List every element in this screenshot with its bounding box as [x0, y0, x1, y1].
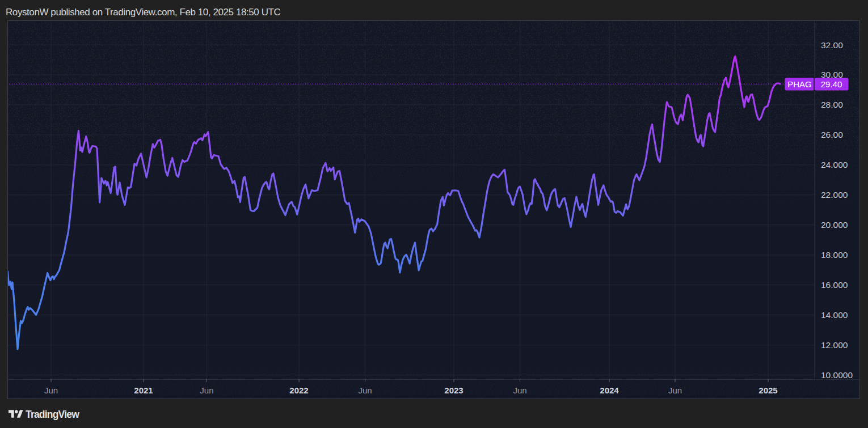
- svg-text:28.00: 28.00: [821, 100, 843, 109]
- svg-text:18.000: 18.000: [821, 250, 848, 260]
- svg-text:Jun: Jun: [513, 385, 526, 395]
- svg-text:2024: 2024: [600, 385, 619, 395]
- svg-text:24.000: 24.000: [821, 160, 848, 169]
- svg-text:29.40: 29.40: [821, 79, 842, 89]
- svg-text:2025: 2025: [759, 385, 777, 395]
- svg-text:Jun: Jun: [200, 385, 213, 395]
- svg-text:10.0000: 10.0000: [821, 370, 853, 380]
- svg-text:14.000: 14.000: [821, 310, 848, 320]
- svg-text:32.00: 32.00: [821, 40, 843, 50]
- svg-text:12.000: 12.000: [821, 340, 848, 350]
- svg-text:Jun: Jun: [44, 385, 58, 395]
- svg-text:2022: 2022: [289, 385, 308, 395]
- svg-text:Jun: Jun: [358, 385, 372, 395]
- svg-text:16.000: 16.000: [821, 280, 848, 290]
- svg-text:20.000: 20.000: [821, 220, 848, 230]
- svg-text:2023: 2023: [444, 385, 463, 395]
- svg-text:22.000: 22.000: [821, 190, 848, 200]
- svg-text:PHAG: PHAG: [787, 79, 812, 89]
- svg-text:26.00: 26.00: [821, 130, 843, 139]
- svg-text:2021: 2021: [134, 385, 153, 395]
- svg-text:Jun: Jun: [668, 385, 682, 395]
